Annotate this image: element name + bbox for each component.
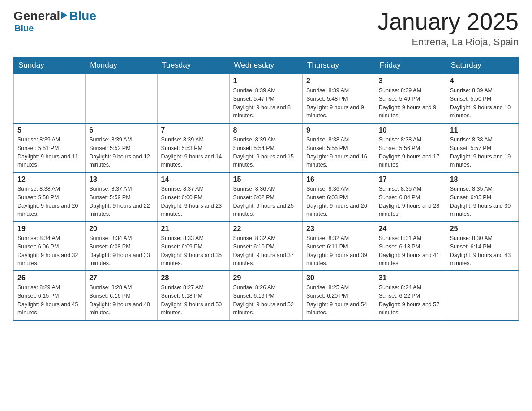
logo-general-text: General: [13, 9, 60, 23]
day-number: 27: [89, 274, 153, 282]
day-number: 7: [161, 126, 226, 134]
day-info: Sunrise: 8:27 AMSunset: 6:18 PMDaylight:…: [161, 283, 226, 317]
day-number: 4: [450, 77, 515, 85]
calendar-cell-w4-d0: 19Sunrise: 8:34 AMSunset: 6:06 PMDayligh…: [14, 222, 86, 271]
day-number: 31: [379, 274, 442, 282]
day-info: Sunrise: 8:39 AMSunset: 5:52 PMDaylight:…: [89, 136, 153, 169]
day-number: 2: [306, 77, 371, 85]
calendar-cell-w5-d3: 29Sunrise: 8:26 AMSunset: 6:19 PMDayligh…: [229, 271, 303, 320]
col-wednesday: Wednesday: [229, 57, 303, 74]
calendar-cell-w5-d0: 26Sunrise: 8:29 AMSunset: 6:15 PMDayligh…: [14, 271, 86, 320]
calendar-cell-w4-d5: 24Sunrise: 8:31 AMSunset: 6:13 PMDayligh…: [375, 222, 446, 271]
day-info: Sunrise: 8:39 AMSunset: 5:47 PMDaylight:…: [233, 86, 299, 120]
calendar-cell-w1-d5: 3Sunrise: 8:39 AMSunset: 5:49 PMDaylight…: [375, 74, 446, 123]
calendar-cell-w2-d6: 11Sunrise: 8:38 AMSunset: 5:57 PMDayligh…: [446, 123, 518, 172]
calendar-cell-w2-d1: 6Sunrise: 8:39 AMSunset: 5:52 PMDaylight…: [86, 123, 157, 172]
calendar-cell-w3-d0: 12Sunrise: 8:38 AMSunset: 5:58 PMDayligh…: [14, 172, 86, 222]
calendar-cell-w4-d3: 22Sunrise: 8:32 AMSunset: 6:10 PMDayligh…: [229, 222, 303, 271]
calendar-cell-w4-d4: 23Sunrise: 8:32 AMSunset: 6:11 PMDayligh…: [303, 222, 375, 271]
day-number: 3: [379, 77, 442, 85]
col-thursday: Thursday: [303, 57, 375, 74]
col-monday: Monday: [86, 57, 157, 74]
calendar-cell-w3-d1: 13Sunrise: 8:37 AMSunset: 5:59 PMDayligh…: [86, 172, 157, 222]
day-info: Sunrise: 8:38 AMSunset: 5:56 PMDaylight:…: [379, 136, 442, 169]
month-title: January 2025: [378, 9, 519, 34]
day-number: 20: [89, 225, 153, 233]
calendar-cell-w5-d5: 31Sunrise: 8:24 AMSunset: 6:22 PMDayligh…: [375, 271, 446, 320]
day-info: Sunrise: 8:37 AMSunset: 5:59 PMDaylight:…: [89, 185, 153, 218]
calendar-cell-w4-d2: 21Sunrise: 8:33 AMSunset: 6:09 PMDayligh…: [157, 222, 229, 271]
day-info: Sunrise: 8:38 AMSunset: 5:55 PMDaylight:…: [306, 136, 371, 169]
calendar-cell-w2-d5: 10Sunrise: 8:38 AMSunset: 5:56 PMDayligh…: [375, 123, 446, 172]
day-info: Sunrise: 8:39 AMSunset: 5:53 PMDaylight:…: [161, 136, 226, 169]
day-info: Sunrise: 8:39 AMSunset: 5:48 PMDaylight:…: [306, 86, 371, 120]
day-number: 9: [306, 126, 371, 134]
day-number: 30: [306, 274, 371, 282]
calendar-cell-w1-d0: [14, 74, 86, 123]
day-number: 15: [233, 176, 299, 184]
calendar-cell-w2-d0: 5Sunrise: 8:39 AMSunset: 5:51 PMDaylight…: [14, 123, 86, 172]
logo-blue-text: Blue: [69, 9, 96, 23]
day-number: 28: [161, 274, 226, 282]
day-info: Sunrise: 8:38 AMSunset: 5:57 PMDaylight:…: [450, 136, 515, 169]
calendar-week-3: 12Sunrise: 8:38 AMSunset: 5:58 PMDayligh…: [14, 172, 519, 222]
day-number: 13: [89, 176, 153, 184]
calendar-cell-w2-d2: 7Sunrise: 8:39 AMSunset: 5:53 PMDaylight…: [157, 123, 229, 172]
title-area: January 2025 Entrena, La Rioja, Spain: [378, 9, 519, 48]
calendar-cell-w5-d6: [446, 271, 518, 320]
calendar-cell-w4-d6: 25Sunrise: 8:30 AMSunset: 6:14 PMDayligh…: [446, 222, 518, 271]
calendar-cell-w1-d6: 4Sunrise: 8:39 AMSunset: 5:50 PMDaylight…: [446, 74, 518, 123]
day-info: Sunrise: 8:28 AMSunset: 6:16 PMDaylight:…: [89, 283, 153, 317]
calendar-table: Sunday Monday Tuesday Wednesday Thursday…: [13, 57, 519, 321]
calendar-cell-w1-d3: 1Sunrise: 8:39 AMSunset: 5:47 PMDaylight…: [229, 74, 303, 123]
day-info: Sunrise: 8:38 AMSunset: 5:58 PMDaylight:…: [17, 185, 82, 218]
day-number: 14: [161, 176, 226, 184]
day-number: 22: [233, 225, 299, 233]
calendar-cell-w1-d2: [157, 74, 229, 123]
location: Entrena, La Rioja, Spain: [378, 36, 519, 48]
calendar-cell-w3-d2: 14Sunrise: 8:37 AMSunset: 6:00 PMDayligh…: [157, 172, 229, 222]
day-info: Sunrise: 8:25 AMSunset: 6:20 PMDaylight:…: [306, 283, 371, 317]
day-info: Sunrise: 8:35 AMSunset: 6:04 PMDaylight:…: [379, 185, 442, 218]
calendar-cell-w1-d1: [86, 74, 157, 123]
calendar-cell-w2-d4: 9Sunrise: 8:38 AMSunset: 5:55 PMDaylight…: [303, 123, 375, 172]
calendar-header-row: Sunday Monday Tuesday Wednesday Thursday…: [14, 57, 519, 74]
calendar-week-1: 1Sunrise: 8:39 AMSunset: 5:47 PMDaylight…: [14, 74, 519, 123]
logo-subtitle: Blue: [14, 23, 34, 34]
day-info: Sunrise: 8:32 AMSunset: 6:11 PMDaylight:…: [306, 234, 371, 268]
day-number: 8: [233, 126, 299, 134]
day-number: 6: [89, 126, 153, 134]
calendar-cell-w3-d4: 16Sunrise: 8:36 AMSunset: 6:03 PMDayligh…: [303, 172, 375, 222]
day-info: Sunrise: 8:26 AMSunset: 6:19 PMDaylight:…: [233, 283, 299, 317]
calendar-week-2: 5Sunrise: 8:39 AMSunset: 5:51 PMDaylight…: [14, 123, 519, 172]
day-number: 11: [450, 126, 515, 134]
day-info: Sunrise: 8:33 AMSunset: 6:09 PMDaylight:…: [161, 234, 226, 268]
day-number: 16: [306, 176, 371, 184]
calendar-cell-w4-d1: 20Sunrise: 8:34 AMSunset: 6:08 PMDayligh…: [86, 222, 157, 271]
day-info: Sunrise: 8:39 AMSunset: 5:50 PMDaylight:…: [450, 86, 515, 120]
day-info: Sunrise: 8:34 AMSunset: 6:08 PMDaylight:…: [89, 234, 153, 268]
calendar-cell-w5-d2: 28Sunrise: 8:27 AMSunset: 6:18 PMDayligh…: [157, 271, 229, 320]
day-info: Sunrise: 8:34 AMSunset: 6:06 PMDaylight:…: [17, 234, 82, 268]
calendar-cell-w5-d1: 27Sunrise: 8:28 AMSunset: 6:16 PMDayligh…: [86, 271, 157, 320]
day-info: Sunrise: 8:39 AMSunset: 5:54 PMDaylight:…: [233, 136, 299, 169]
day-number: 17: [379, 176, 442, 184]
day-number: 10: [379, 126, 442, 134]
day-number: 21: [161, 225, 226, 233]
page-header: General Blue Blue January 2025 Entrena, …: [13, 9, 519, 48]
day-info: Sunrise: 8:24 AMSunset: 6:22 PMDaylight:…: [379, 283, 442, 317]
day-number: 23: [306, 225, 371, 233]
day-info: Sunrise: 8:35 AMSunset: 6:05 PMDaylight:…: [450, 185, 515, 218]
col-friday: Friday: [375, 57, 446, 74]
col-saturday: Saturday: [446, 57, 518, 74]
calendar-cell-w3-d5: 17Sunrise: 8:35 AMSunset: 6:04 PMDayligh…: [375, 172, 446, 222]
day-number: 25: [450, 225, 515, 233]
day-info: Sunrise: 8:29 AMSunset: 6:15 PMDaylight:…: [17, 283, 82, 317]
calendar-cell-w3-d3: 15Sunrise: 8:36 AMSunset: 6:02 PMDayligh…: [229, 172, 303, 222]
col-tuesday: Tuesday: [157, 57, 229, 74]
day-number: 29: [233, 274, 299, 282]
calendar-cell-w3-d6: 18Sunrise: 8:35 AMSunset: 6:05 PMDayligh…: [446, 172, 518, 222]
calendar-cell-w5-d4: 30Sunrise: 8:25 AMSunset: 6:20 PMDayligh…: [303, 271, 375, 320]
day-number: 24: [379, 225, 442, 233]
calendar-cell-w2-d3: 8Sunrise: 8:39 AMSunset: 5:54 PMDaylight…: [229, 123, 303, 172]
